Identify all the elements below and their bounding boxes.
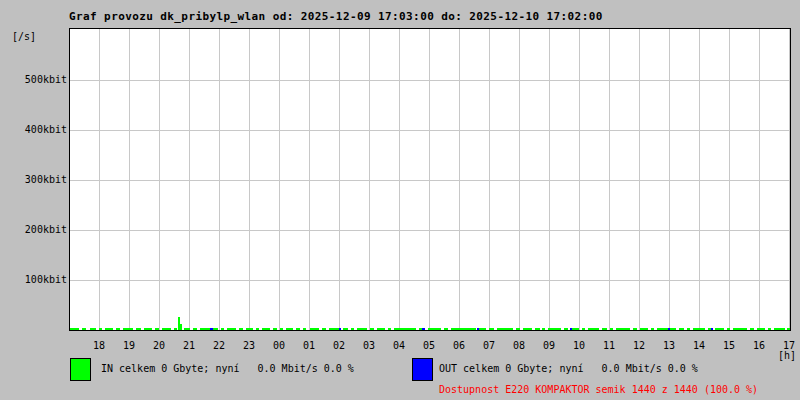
legend-in-label: IN celkem 0 Gbyte; nyní 0.0 Mbit/s 0.0 %: [101, 362, 354, 375]
in-traffic-segment: [174, 328, 177, 330]
in-traffic-segment: [310, 328, 319, 330]
in-traffic-segment: [123, 328, 133, 330]
in-traffic-segment: [184, 328, 190, 330]
in-traffic-segment: [99, 328, 102, 330]
in-traffic-segment: [155, 328, 159, 330]
in-traffic-segment: [768, 328, 771, 330]
in-traffic-segment: [343, 328, 348, 330]
x-axis-label: 22: [206, 340, 232, 352]
y-axis-label: 300kbit: [0, 174, 67, 186]
in-traffic-segment: [693, 328, 705, 330]
in-traffic-segment: [286, 328, 293, 330]
in-traffic-segment: [757, 328, 765, 330]
in-traffic-segment: [750, 328, 754, 330]
in-traffic-segment: [70, 328, 79, 330]
x-axis-label: 19: [116, 340, 142, 352]
in-traffic-segment: [116, 328, 120, 330]
x-axis-label: 14: [686, 340, 712, 352]
y-axis-label: 200kbit: [0, 224, 67, 236]
x-axis-label: 08: [506, 340, 532, 352]
in-traffic-segment: [727, 328, 730, 330]
x-axis-label: 20: [146, 340, 172, 352]
page-title: Graf provozu dk_pribylp_wlan od: 2025-12…: [69, 10, 603, 23]
x-axis-label: 00: [266, 340, 292, 352]
legend-out-label: OUT celkem 0 Gbyte; nyní 0.0 Mbit/s 0.0 …: [439, 362, 698, 375]
in-traffic-segment: [280, 328, 283, 330]
in-traffic-segment: [564, 328, 568, 330]
in-traffic-segment: [787, 328, 790, 330]
in-traffic-segment: [246, 328, 253, 330]
in-traffic-segment: [388, 328, 391, 330]
in-traffic-segment: [489, 328, 494, 330]
in-traffic-segment: [640, 328, 648, 330]
in-traffic-segment: [273, 328, 277, 330]
out-traffic-segment: [339, 328, 341, 330]
in-traffic-segment: [227, 328, 236, 330]
x-axis-label: 10: [566, 340, 592, 352]
in-traffic-segment: [444, 328, 448, 330]
y-axis-label: 100kbit: [0, 274, 67, 286]
out-traffic-segment: [477, 328, 479, 330]
x-axis-label: 21: [176, 340, 202, 352]
x-axis-label: 13: [656, 340, 682, 352]
in-traffic-segment: [178, 317, 180, 330]
in-traffic-segment: [651, 328, 654, 330]
x-axis-label: 04: [386, 340, 412, 352]
in-traffic-segment: [322, 328, 326, 330]
x-axis-label: 11: [596, 340, 622, 352]
in-traffic-segment: [516, 328, 520, 330]
x-axis-label: 23: [236, 340, 262, 352]
in-traffic-segment: [303, 328, 306, 330]
in-traffic-segment: [571, 328, 579, 330]
x-axis-label: 12: [626, 340, 652, 352]
in-traffic-segment: [105, 328, 113, 330]
legend-out-swatch: [412, 358, 433, 381]
x-axis-label: 05: [416, 340, 442, 352]
in-traffic-segment: [479, 328, 486, 330]
in-traffic-segment: [180, 324, 182, 330]
in-traffic-segment: [548, 328, 561, 330]
in-traffic-segment: [221, 328, 224, 330]
in-traffic-segment: [451, 328, 476, 330]
x-axis-label: 07: [476, 340, 502, 352]
x-axis-label: 18: [86, 340, 112, 352]
in-traffic-segment: [542, 328, 545, 330]
in-traffic-segment: [200, 328, 210, 330]
in-traffic-segment: [329, 328, 340, 330]
x-axis-label: 01: [296, 340, 322, 352]
availability-status-text: Dostupnost E220 KOMPAKTOR semik 1440 z 1…: [439, 383, 758, 396]
in-traffic-segment: [616, 328, 630, 330]
in-traffic-segment: [715, 328, 724, 330]
out-traffic-segment: [711, 328, 713, 330]
y-axis-label: 500kbit: [0, 74, 67, 86]
in-traffic-segment: [90, 328, 96, 330]
plot-svg: [70, 29, 790, 330]
x-axis-label: 06: [446, 340, 472, 352]
in-traffic-segment: [262, 328, 270, 330]
y-axis-unit-label: [/s]: [12, 31, 36, 42]
in-traffic-segment: [523, 328, 532, 330]
in-traffic-segment: [377, 328, 385, 330]
in-traffic-segment: [428, 328, 441, 330]
in-traffic-segment: [733, 328, 747, 330]
in-traffic-segment: [370, 328, 374, 330]
out-traffic-segment: [210, 328, 213, 330]
in-traffic-segment: [239, 328, 243, 330]
in-traffic-segment: [296, 328, 300, 330]
plot-area: [69, 28, 791, 331]
out-traffic-segment: [668, 328, 670, 330]
in-traffic-segment: [602, 328, 607, 330]
x-axis-unit-label: [h]: [760, 350, 796, 361]
in-traffic-segment: [394, 328, 416, 330]
in-traffic-segment: [162, 328, 171, 330]
mrtg-traffic-graph-page: { "page": { "background": "#c0c0c0", "pl…: [0, 0, 800, 400]
in-traffic-segment: [213, 328, 218, 330]
in-traffic-segment: [136, 328, 141, 330]
in-traffic-segment: [774, 328, 785, 330]
in-traffic-segment: [193, 328, 197, 330]
legend-in-swatch: [70, 358, 91, 381]
x-axis-label: 03: [356, 340, 382, 352]
in-traffic-segment: [679, 328, 684, 330]
in-traffic-segment: [687, 328, 690, 330]
y-axis-label: 400kbit: [0, 124, 67, 136]
